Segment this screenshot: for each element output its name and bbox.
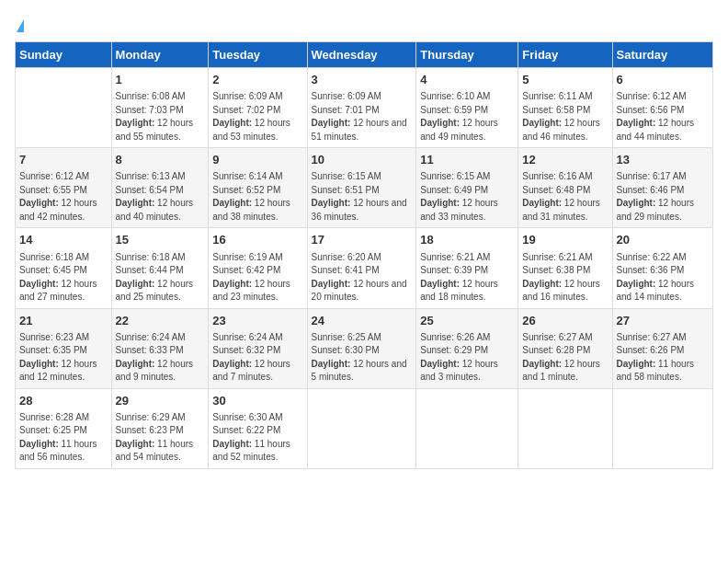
day-info: Sunrise: 6:15 AMSunset: 6:51 PMDaylight:… xyxy=(312,170,413,224)
day-cell xyxy=(416,388,518,468)
week-row-2: 7Sunrise: 6:12 AMSunset: 6:55 PMDaylight… xyxy=(16,148,713,228)
day-number: 7 xyxy=(19,152,108,168)
day-number: 5 xyxy=(522,72,608,88)
day-cell: 25Sunrise: 6:26 AMSunset: 6:29 PMDayligh… xyxy=(416,308,518,388)
day-cell xyxy=(518,388,612,468)
day-number: 30 xyxy=(212,393,302,409)
day-number: 27 xyxy=(617,313,710,329)
daylight-label: Daylight: xyxy=(212,279,252,289)
col-header-saturday: Saturday xyxy=(612,42,713,68)
day-info: Sunrise: 6:18 AMSunset: 6:44 PMDaylight:… xyxy=(116,251,205,304)
day-cell: 10Sunrise: 6:15 AMSunset: 6:51 PMDayligh… xyxy=(307,148,416,228)
day-cell: 4Sunrise: 6:10 AMSunset: 6:59 PMDaylight… xyxy=(416,68,518,148)
daylight-label: Daylight: xyxy=(312,118,351,128)
day-cell: 19Sunrise: 6:21 AMSunset: 6:38 PMDayligh… xyxy=(518,228,612,308)
day-number: 14 xyxy=(19,232,108,248)
day-info: Sunrise: 6:16 AMSunset: 6:48 PMDaylight:… xyxy=(522,170,608,224)
day-cell: 7Sunrise: 6:12 AMSunset: 6:55 PMDaylight… xyxy=(16,148,112,228)
day-info: Sunrise: 6:22 AMSunset: 6:36 PMDaylight:… xyxy=(617,251,710,304)
daylight-label: Daylight: xyxy=(420,359,460,369)
daylight-label: Daylight: xyxy=(19,279,59,289)
col-header-thursday: Thursday xyxy=(416,42,518,68)
daylight-label: Daylight: xyxy=(116,198,155,208)
week-row-5: 28Sunrise: 6:28 AMSunset: 6:25 PMDayligh… xyxy=(16,388,713,468)
day-info: Sunrise: 6:12 AMSunset: 6:56 PMDaylight:… xyxy=(617,90,710,144)
day-number: 10 xyxy=(312,152,413,168)
day-info: Sunrise: 6:15 AMSunset: 6:49 PMDaylight:… xyxy=(420,170,514,224)
daylight-label: Daylight: xyxy=(212,118,252,128)
daylight-label: Daylight: xyxy=(420,198,460,208)
day-number: 26 xyxy=(522,313,608,329)
calendar-table: SundayMondayTuesdayWednesdayThursdayFrid… xyxy=(15,41,713,469)
day-number: 21 xyxy=(19,313,108,329)
day-info: Sunrise: 6:24 AMSunset: 6:32 PMDaylight:… xyxy=(212,331,302,385)
day-info: Sunrise: 6:21 AMSunset: 6:39 PMDaylight:… xyxy=(420,251,514,304)
day-cell: 11Sunrise: 6:15 AMSunset: 6:49 PMDayligh… xyxy=(416,148,518,228)
day-cell: 17Sunrise: 6:20 AMSunset: 6:41 PMDayligh… xyxy=(307,228,416,308)
day-cell: 18Sunrise: 6:21 AMSunset: 6:39 PMDayligh… xyxy=(416,228,518,308)
day-cell: 3Sunrise: 6:09 AMSunset: 7:01 PMDaylight… xyxy=(307,68,416,148)
day-info: Sunrise: 6:09 AMSunset: 7:02 PMDaylight:… xyxy=(212,90,302,144)
day-number: 9 xyxy=(212,152,302,168)
day-number: 25 xyxy=(420,313,514,329)
daylight-label: Daylight: xyxy=(212,359,252,369)
day-number: 17 xyxy=(312,232,413,248)
day-number: 11 xyxy=(420,152,514,168)
daylight-label: Daylight: xyxy=(19,359,59,369)
day-number: 18 xyxy=(420,232,514,248)
daylight-label: Daylight: xyxy=(116,439,155,449)
day-number: 13 xyxy=(617,152,710,168)
day-number: 2 xyxy=(212,72,302,88)
daylight-label: Daylight: xyxy=(420,279,460,289)
logo-icon xyxy=(17,19,24,32)
col-header-tuesday: Tuesday xyxy=(209,42,307,68)
day-info: Sunrise: 6:17 AMSunset: 6:46 PMDaylight:… xyxy=(617,170,710,224)
daylight-label: Daylight: xyxy=(212,439,252,449)
day-cell: 15Sunrise: 6:18 AMSunset: 6:44 PMDayligh… xyxy=(111,228,209,308)
day-cell xyxy=(16,68,112,148)
day-cell: 27Sunrise: 6:27 AMSunset: 6:26 PMDayligh… xyxy=(612,308,713,388)
day-number: 28 xyxy=(19,393,108,409)
daylight-label: Daylight: xyxy=(522,198,562,208)
daylight-label: Daylight: xyxy=(522,359,562,369)
daylight-label: Daylight: xyxy=(116,118,155,128)
daylight-label: Daylight: xyxy=(617,118,656,128)
daylight-label: Daylight: xyxy=(19,198,59,208)
day-cell xyxy=(307,388,416,468)
day-cell: 20Sunrise: 6:22 AMSunset: 6:36 PMDayligh… xyxy=(612,228,713,308)
day-cell xyxy=(612,388,713,468)
week-row-3: 14Sunrise: 6:18 AMSunset: 6:45 PMDayligh… xyxy=(16,228,713,308)
day-cell: 2Sunrise: 6:09 AMSunset: 7:02 PMDaylight… xyxy=(209,68,307,148)
daylight-label: Daylight: xyxy=(617,279,656,289)
day-info: Sunrise: 6:28 AMSunset: 6:25 PMDaylight:… xyxy=(19,411,108,465)
day-info: Sunrise: 6:27 AMSunset: 6:26 PMDaylight:… xyxy=(617,331,710,385)
day-number: 15 xyxy=(116,232,205,248)
day-number: 3 xyxy=(312,72,413,88)
day-info: Sunrise: 6:29 AMSunset: 6:23 PMDaylight:… xyxy=(116,411,205,465)
day-cell: 8Sunrise: 6:13 AMSunset: 6:54 PMDaylight… xyxy=(111,148,209,228)
day-info: Sunrise: 6:19 AMSunset: 6:42 PMDaylight:… xyxy=(212,251,302,304)
day-info: Sunrise: 6:20 AMSunset: 6:41 PMDaylight:… xyxy=(312,251,413,304)
day-cell: 13Sunrise: 6:17 AMSunset: 6:46 PMDayligh… xyxy=(612,148,713,228)
day-cell: 26Sunrise: 6:27 AMSunset: 6:28 PMDayligh… xyxy=(518,308,612,388)
day-info: Sunrise: 6:08 AMSunset: 7:03 PMDaylight:… xyxy=(116,90,205,144)
col-header-sunday: Sunday xyxy=(16,42,112,68)
day-cell: 9Sunrise: 6:14 AMSunset: 6:52 PMDaylight… xyxy=(209,148,307,228)
day-number: 29 xyxy=(116,393,205,409)
daylight-label: Daylight: xyxy=(522,279,562,289)
daylight-label: Daylight: xyxy=(617,198,656,208)
daylight-label: Daylight: xyxy=(420,118,460,128)
day-number: 24 xyxy=(312,313,413,329)
day-number: 12 xyxy=(522,152,608,168)
day-info: Sunrise: 6:11 AMSunset: 6:58 PMDaylight:… xyxy=(522,90,608,144)
col-header-monday: Monday xyxy=(111,42,209,68)
day-cell: 16Sunrise: 6:19 AMSunset: 6:42 PMDayligh… xyxy=(209,228,307,308)
day-info: Sunrise: 6:13 AMSunset: 6:54 PMDaylight:… xyxy=(116,170,205,224)
daylight-label: Daylight: xyxy=(212,198,252,208)
day-info: Sunrise: 6:21 AMSunset: 6:38 PMDaylight:… xyxy=(522,251,608,304)
logo-text xyxy=(15,15,24,34)
day-number: 20 xyxy=(617,232,710,248)
day-info: Sunrise: 6:10 AMSunset: 6:59 PMDaylight:… xyxy=(420,90,514,144)
day-number: 16 xyxy=(212,232,302,248)
week-row-1: 1Sunrise: 6:08 AMSunset: 7:03 PMDaylight… xyxy=(16,68,713,148)
